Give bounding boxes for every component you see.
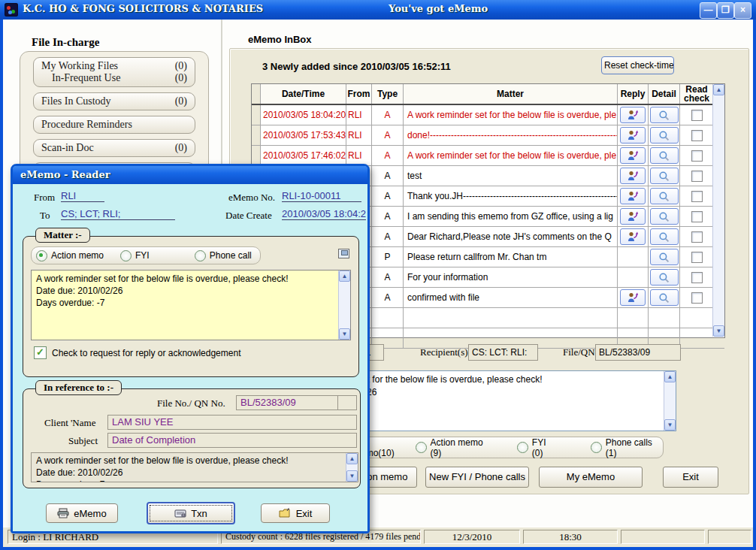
- header-datetime[interactable]: Date/Time: [261, 84, 346, 104]
- reply-button[interactable]: [620, 107, 646, 123]
- reply-button[interactable]: [620, 208, 646, 225]
- dialog-titlebar[interactable]: eMemo - Reader: [13, 166, 367, 184]
- scroll-up-icon[interactable]: ▲: [346, 453, 358, 464]
- inbox-table-header: Date/Time From Type Matter Reply Detail …: [252, 84, 724, 105]
- fileno-field[interactable]: BL/52383/09: [236, 395, 338, 410]
- to-value[interactable]: CS; LCT; RLI;: [61, 208, 175, 220]
- row-read-cell: [680, 166, 713, 186]
- reset-checktime-button[interactable]: Reset check-time: [601, 56, 674, 74]
- detail-button[interactable]: [650, 228, 679, 245]
- row-datetime: 2010/03/05 17:53:43: [261, 125, 346, 145]
- from-value[interactable]: RLI: [61, 190, 104, 202]
- reply-button[interactable]: [620, 168, 646, 184]
- reply-button[interactable]: [620, 127, 646, 144]
- reply-button[interactable]: [620, 228, 646, 245]
- reference-scrollbar[interactable]: ▲ ▼: [346, 453, 358, 482]
- memo-type-radio[interactable]: FYI: [120, 250, 150, 261]
- memo-filter-radio[interactable]: FYI (0): [517, 437, 555, 458]
- row-detail-cell: [649, 166, 680, 186]
- detail-button[interactable]: [650, 208, 679, 225]
- reply-button[interactable]: [620, 289, 646, 306]
- detail-button[interactable]: [650, 147, 679, 164]
- inbox-row[interactable]: 2010/03/05 17:46:02RLIAA work reminder s…: [252, 146, 724, 166]
- scroll-up-icon[interactable]: ▲: [664, 371, 676, 382]
- header-from[interactable]: From: [346, 84, 372, 104]
- row-selector[interactable]: [252, 146, 261, 165]
- ememo-no-value[interactable]: RLI-10-00011: [282, 190, 361, 202]
- my-ememo-button[interactable]: My eMemo: [539, 467, 643, 488]
- sidebar-button[interactable]: Procedure Reminders: [33, 116, 195, 134]
- read-checkbox[interactable]: [691, 211, 703, 222]
- sidebar-button[interactable]: My Working Files(0)In-Frequent Use(0): [33, 57, 195, 87]
- read-checkbox[interactable]: [691, 272, 703, 283]
- detail-button[interactable]: [650, 269, 679, 286]
- row-selector[interactable]: [252, 125, 261, 145]
- preview-scrollbar[interactable]: ▲ ▼: [664, 371, 676, 431]
- scroll-up-icon[interactable]: ▲: [339, 270, 350, 282]
- scroll-down-icon[interactable]: ▼: [713, 325, 724, 337]
- memo-type-radio[interactable]: Action memo: [36, 250, 104, 261]
- print-ememo-button[interactable]: eMemo: [46, 503, 118, 523]
- close-button[interactable]: ×: [734, 2, 751, 19]
- row-read-cell: [680, 186, 713, 206]
- scroll-down-icon[interactable]: ▼: [664, 419, 676, 431]
- header-detail[interactable]: Detail: [649, 84, 680, 104]
- memo-filter-bar: All memo(10)Action memo (9)FYI (0)Phone …: [324, 437, 664, 458]
- date-create-value[interactable]: 2010/03/05 18:04:2: [282, 208, 366, 220]
- application-window: K.C. HO & FONG SOLICITORS & NOTARIES You…: [0, 0, 756, 550]
- read-checkbox[interactable]: [691, 292, 703, 304]
- reference-text-area[interactable]: A work reminder set for the below file i…: [31, 452, 358, 482]
- memo-type-radio[interactable]: Phone call: [195, 250, 252, 261]
- popout-icon[interactable]: [338, 249, 349, 258]
- read-checkbox[interactable]: [691, 130, 703, 141]
- inbox-row[interactable]: 2010/03/05 17:53:43RLIAdone!------------…: [252, 125, 724, 146]
- memo-filter-radio[interactable]: Phone calls (1): [591, 437, 657, 458]
- read-checkbox[interactable]: [691, 171, 703, 182]
- fileno-side-box[interactable]: [337, 395, 357, 410]
- inbox-exit-button[interactable]: Exit: [663, 467, 718, 488]
- inbox-title: eMemo InBox: [248, 34, 312, 45]
- maximize-button[interactable]: ❐: [717, 2, 734, 19]
- read-checkbox[interactable]: [691, 231, 703, 243]
- memo-filter-radio[interactable]: Action memo (9): [416, 437, 487, 458]
- detail-button[interactable]: [650, 168, 679, 184]
- txn-button[interactable]: Txn: [147, 502, 235, 524]
- scroll-down-icon[interactable]: ▼: [339, 328, 350, 340]
- new-fyi-phone-button[interactable]: New FYI / Phone calls: [425, 467, 529, 488]
- detail-button[interactable]: [650, 289, 679, 306]
- inbox-scrollbar[interactable]: ▲ ▼: [712, 84, 724, 337]
- client-name-field[interactable]: LAM SIU YEE: [107, 415, 357, 430]
- ack-checkbox[interactable]: ✓: [34, 346, 47, 359]
- ememo-no-label: eMemo No.: [228, 192, 275, 204]
- inbox-row[interactable]: 2010/03/05 18:04:20RLIAA work reminder s…: [252, 105, 724, 125]
- header-type[interactable]: Type: [372, 84, 404, 104]
- reply-button[interactable]: [620, 188, 646, 204]
- file-incharge-heading: File In-charge: [32, 36, 99, 49]
- read-checkbox[interactable]: [691, 110, 703, 121]
- row-reply-cell: [618, 125, 649, 145]
- row-datetime: 2010/03/05 17:46:02: [261, 146, 346, 165]
- print-ememo-label: eMemo: [74, 508, 106, 519]
- detail-button[interactable]: [650, 127, 679, 144]
- scroll-down-icon[interactable]: ▼: [346, 470, 358, 482]
- read-checkbox[interactable]: [691, 252, 703, 263]
- reply-button[interactable]: [620, 147, 646, 164]
- header-reply[interactable]: Reply: [618, 84, 649, 104]
- detail-button[interactable]: [650, 107, 679, 123]
- sidebar-button[interactable]: Scan-in Doc(0): [33, 139, 195, 157]
- matter-text-area[interactable]: A work reminder set for the below file i…: [31, 270, 351, 340]
- sidebar-button[interactable]: Files In Custody(0): [33, 92, 195, 110]
- header-matter[interactable]: Matter: [404, 84, 618, 104]
- read-checkbox[interactable]: [691, 191, 703, 202]
- detail-button[interactable]: [650, 188, 679, 204]
- header-read-check[interactable]: Read check: [680, 84, 713, 104]
- minimize-button[interactable]: —: [700, 2, 717, 19]
- read-checkbox[interactable]: [691, 150, 703, 162]
- subject-field[interactable]: Date of Completion: [107, 433, 357, 448]
- dialog-exit-button[interactable]: Exit: [261, 503, 330, 523]
- scroll-up-icon[interactable]: ▲: [713, 84, 724, 95]
- row-matter: done!-----------------------------------…: [404, 125, 618, 145]
- detail-button[interactable]: [650, 249, 679, 265]
- row-selector[interactable]: [252, 105, 261, 125]
- matter-scrollbar[interactable]: ▲ ▼: [338, 270, 350, 340]
